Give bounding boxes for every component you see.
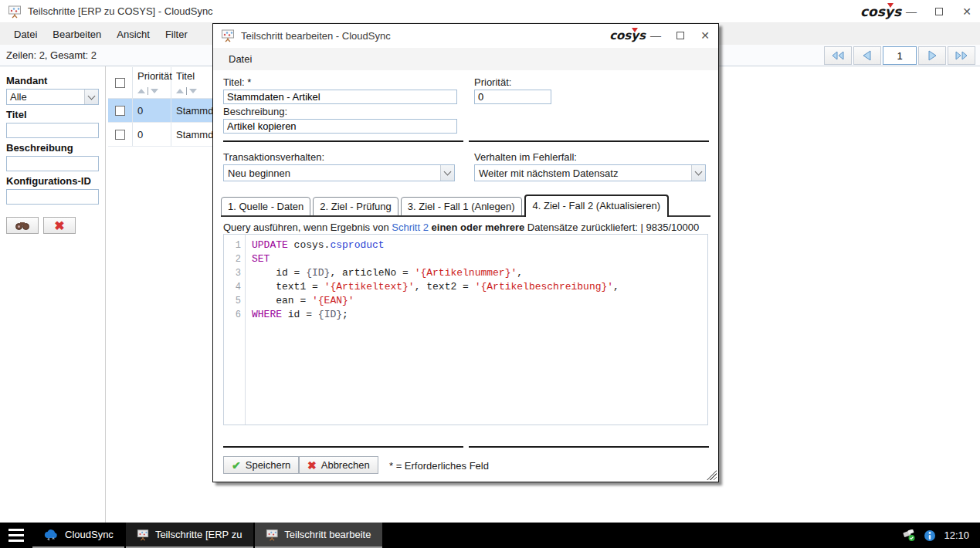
close-button[interactable]: ✕ <box>961 6 972 17</box>
tab[interactable]: 2. Ziel - Prüfung <box>313 197 398 217</box>
next-page-icon <box>926 49 938 62</box>
divider <box>469 140 709 142</box>
konfigurations-id-label: Konfigurations-ID <box>6 175 99 187</box>
next-page-button[interactable] <box>918 46 946 65</box>
chevron-down-icon[interactable] <box>440 165 454 181</box>
row-checkbox[interactable] <box>115 130 125 140</box>
network-status-icon[interactable] <box>902 529 916 542</box>
code-lines[interactable]: UPDATE cosys.csproductSET id = {ID}, art… <box>246 235 707 425</box>
red-x-icon: ✖ <box>54 218 64 233</box>
konfigurations-id-input[interactable] <box>6 189 99 205</box>
green-check-icon: ✔ <box>232 459 241 472</box>
maximize-button[interactable] <box>934 6 944 17</box>
row-checkbox[interactable] <box>115 106 125 116</box>
clear-filter-button[interactable]: ✖ <box>43 217 76 234</box>
prev-page-button[interactable] <box>853 46 881 65</box>
main-window-title: Teilschritte [ERP zu COSYS] - CloudSync <box>28 5 213 17</box>
minimize-button[interactable]: — <box>906 6 917 17</box>
select-all-checkbox[interactable] <box>115 78 125 88</box>
first-page-button[interactable] <box>824 46 852 65</box>
prev-page-icon <box>861 49 873 62</box>
app-icon <box>221 29 235 42</box>
mandant-select[interactable]: Alle <box>6 89 99 105</box>
close-button[interactable]: ✕ <box>700 30 710 41</box>
fehlerfall-label: Verhalten im Fehlerfall: <box>474 151 577 163</box>
beschreibung-label: Beschreibung: <box>223 106 287 117</box>
dialog-titlebar: Teilschritt bearbeiten - CloudSync COSYS… <box>213 24 718 47</box>
last-page-icon <box>955 50 968 61</box>
chevron-down-icon[interactable] <box>84 90 98 104</box>
beschreibung-filter-input[interactable] <box>6 156 99 171</box>
binoculars-icon <box>15 220 30 231</box>
step-tabs: 1. Quelle - Daten2. Ziel - Prüfung3. Zie… <box>221 195 710 217</box>
filter-panel: Mandant Alle Titel Beschreibung Konfigur… <box>0 66 106 523</box>
red-x-icon: ✖ <box>307 459 317 472</box>
line-numbers: 123456 <box>224 235 246 425</box>
app-icon <box>266 528 278 542</box>
start-menu-button[interactable] <box>0 523 32 548</box>
row-count-status: Zeilen: 2, Gesamt: 2 <box>6 49 97 61</box>
taskbar-item-teilschritte[interactable]: Teilschritte [ERP zu ... <box>126 523 253 548</box>
tab[interactable]: 3. Ziel - Fall 1 (Anlegen) <box>401 197 522 217</box>
last-page-button[interactable] <box>948 46 975 65</box>
sort-prioritaet[interactable] <box>137 87 166 95</box>
cell-prioritaet: 0 <box>137 105 143 117</box>
tab[interactable]: 4. Ziel - Fall 2 (Aktualisieren) <box>524 195 669 217</box>
taskbar-item-cloudsync[interactable]: CloudSync <box>32 523 124 548</box>
info-icon[interactable] <box>924 529 936 542</box>
divider <box>223 140 463 142</box>
cloud-sync-icon <box>43 529 59 541</box>
cosys-logo: COSYS <box>860 4 906 19</box>
transaktionsverhalten-label: Transaktionsverhalten: <box>223 151 324 163</box>
sort-desc-icon[interactable] <box>151 89 158 93</box>
titel-input[interactable] <box>223 90 457 104</box>
col-prioritaet: Priorität <box>137 70 166 82</box>
minimize-button[interactable]: — <box>650 30 661 41</box>
prioritaet-input[interactable] <box>474 90 551 104</box>
divider <box>223 446 463 448</box>
mandant-label: Mandant <box>6 75 99 86</box>
cancel-button[interactable]: ✖ Abbrechen <box>299 456 378 474</box>
transaktionsverhalten-select[interactable]: Neu beginnen <box>223 164 455 181</box>
dialog-menubar: Datei <box>213 48 718 70</box>
tab[interactable]: 1. Quelle - Daten <box>221 197 310 217</box>
query-hint: Query ausführen, wenn Ergebnis von Schri… <box>223 222 699 233</box>
sql-editor[interactable]: 123456 UPDATE cosys.csproductSET id = {I… <box>223 234 708 425</box>
menu-item[interactable]: Bearbeiten <box>45 25 109 44</box>
menu-item[interactable]: Ansicht <box>109 25 158 44</box>
first-page-icon <box>831 50 845 61</box>
app-icon <box>8 5 22 19</box>
sort-desc-icon[interactable] <box>189 89 197 93</box>
prioritaet-label: Priorität: <box>474 76 511 88</box>
menu-item[interactable]: Datei <box>221 49 259 69</box>
clock: 12:10 <box>944 529 969 541</box>
system-tray: 12:10 <box>902 523 980 548</box>
menu-item[interactable]: Datei <box>6 25 45 44</box>
pager <box>824 46 975 65</box>
save-button[interactable]: ✔ Speichern <box>223 456 299 474</box>
maximize-button[interactable] <box>675 30 686 41</box>
titel-filter-label: Titel <box>6 109 99 120</box>
fehlerfall-select[interactable]: Weiter mit nächstem Datensatz <box>474 164 706 181</box>
chevron-down-icon[interactable] <box>691 165 705 181</box>
sort-asc-icon[interactable] <box>176 89 184 93</box>
dialog-title: Teilschritt bearbeiten - CloudSync <box>241 30 391 42</box>
sort-asc-icon[interactable] <box>137 89 145 93</box>
titel-filter-input[interactable] <box>6 123 99 138</box>
cosys-logo: COSYS <box>609 29 650 42</box>
beschreibung-filter-label: Beschreibung <box>6 142 99 154</box>
app-icon <box>137 528 149 542</box>
main-titlebar: Teilschritte [ERP zu COSYS] - CloudSync … <box>0 0 980 23</box>
resize-grip[interactable] <box>707 470 717 480</box>
taskbar-item-teilschritt-bearbeiten[interactable]: Teilschritt bearbeite... <box>255 523 382 548</box>
page-number-input[interactable] <box>883 46 917 65</box>
titel-label: Titel: * <box>223 76 251 88</box>
beschreibung-input[interactable] <box>223 119 457 134</box>
required-field-note: * = Erforderliches Feld <box>389 460 489 472</box>
taskbar: CloudSync Teilschritte [ERP zu ... Teils… <box>0 523 980 548</box>
cell-prioritaet: 0 <box>137 129 143 140</box>
edit-dialog: Teilschritt bearbeiten - CloudSync COSYS… <box>212 23 719 482</box>
search-button[interactable] <box>6 217 39 234</box>
schritt-2-link[interactable]: Schritt 2 <box>392 222 429 233</box>
menu-item[interactable]: Filter <box>158 25 195 44</box>
